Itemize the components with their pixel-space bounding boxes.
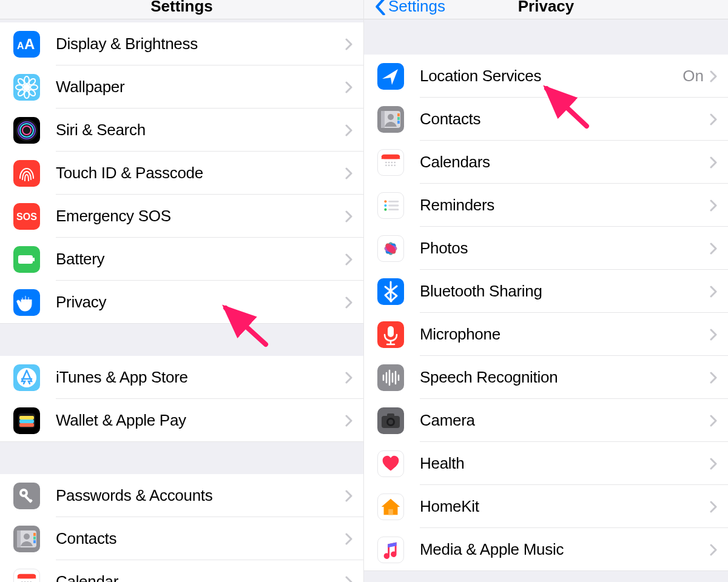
divider bbox=[364, 570, 728, 571]
row-contacts[interactable]: Contacts bbox=[0, 517, 363, 560]
row-battery[interactable]: Battery bbox=[0, 238, 363, 281]
chevron-right-icon bbox=[345, 38, 352, 50]
row-label: Speech Recognition bbox=[420, 368, 710, 387]
row-label: Contacts bbox=[56, 529, 345, 548]
row-privacy[interactable]: Privacy bbox=[0, 281, 363, 324]
wallet-icon bbox=[13, 407, 40, 434]
row-wallpaper[interactable]: Wallpaper bbox=[0, 65, 363, 109]
fingerprint-icon bbox=[13, 160, 40, 187]
battery-icon bbox=[13, 246, 40, 273]
microphone-icon bbox=[377, 321, 404, 348]
chevron-right-icon bbox=[710, 199, 717, 212]
chevron-right-icon bbox=[710, 113, 717, 125]
chevron-right-icon bbox=[710, 329, 717, 341]
key-icon bbox=[13, 483, 40, 509]
divider bbox=[0, 323, 363, 324]
contacts-icon bbox=[377, 106, 404, 133]
row-label: Reminders bbox=[420, 196, 710, 215]
row-media-apple-music[interactable]: Media & Apple Music bbox=[364, 528, 728, 571]
row-label: iTunes & App Store bbox=[56, 368, 345, 387]
chevron-right-icon bbox=[710, 286, 717, 298]
back-label: Settings bbox=[388, 0, 445, 16]
chevron-right-icon bbox=[345, 167, 352, 179]
row-calendars[interactable]: Calendars bbox=[364, 141, 728, 184]
row-emergency-sos[interactable]: Emergency SOS bbox=[0, 195, 363, 238]
photos-icon bbox=[377, 235, 404, 262]
row-bluetooth-sharing[interactable]: Bluetooth Sharing bbox=[364, 270, 728, 313]
reminders-icon bbox=[377, 192, 404, 219]
chevron-right-icon bbox=[710, 242, 717, 255]
privacy-pane: Settings Privacy Location ServicesOnCont… bbox=[364, 0, 728, 582]
row-label: Emergency SOS bbox=[56, 207, 345, 226]
row-label: Display & Brightness bbox=[56, 35, 345, 53]
chevron-right-icon bbox=[710, 415, 717, 427]
chevron-right-icon bbox=[345, 415, 352, 427]
row-speech-recognition[interactable]: Speech Recognition bbox=[364, 356, 728, 399]
bluetooth-icon bbox=[377, 278, 404, 305]
row-label: Siri & Search bbox=[56, 121, 345, 139]
chevron-right-icon bbox=[345, 253, 352, 266]
row-label: Touch ID & Passcode bbox=[56, 164, 345, 182]
row-reminders[interactable]: Reminders bbox=[364, 184, 728, 227]
row-label: Microphone bbox=[420, 325, 710, 344]
row-health[interactable]: Health bbox=[364, 442, 728, 485]
sos-icon bbox=[13, 203, 40, 230]
chevron-right-icon bbox=[710, 156, 717, 169]
row-label: Passwords & Accounts bbox=[56, 486, 345, 505]
contacts-icon bbox=[13, 526, 40, 552]
location-icon bbox=[377, 63, 404, 90]
row-camera[interactable]: Camera bbox=[364, 399, 728, 442]
row-photos[interactable]: Photos bbox=[364, 227, 728, 270]
chevron-right-icon bbox=[345, 490, 352, 502]
chevron-right-icon bbox=[345, 124, 352, 136]
chevron-right-icon bbox=[345, 576, 352, 583]
row-homekit[interactable]: HomeKit bbox=[364, 485, 728, 528]
navbar-title: Privacy bbox=[518, 0, 575, 14]
settings-pane: Settings Display & BrightnessWallpaperSi… bbox=[0, 0, 364, 582]
chevron-right-icon bbox=[710, 501, 717, 513]
hand-icon bbox=[13, 289, 40, 316]
row-label: Camera bbox=[420, 411, 710, 430]
settings-group: iTunes & App StoreWallet & Apple Pay bbox=[0, 356, 363, 442]
row-value: On bbox=[682, 67, 704, 85]
row-label: Privacy bbox=[56, 293, 345, 312]
row-label: Bluetooth Sharing bbox=[420, 282, 710, 301]
row-label: Location Services bbox=[420, 67, 682, 85]
chevron-right-icon bbox=[345, 372, 352, 384]
back-button[interactable]: Settings bbox=[375, 0, 445, 16]
chevron-right-icon bbox=[345, 210, 352, 222]
chevron-right-icon bbox=[710, 70, 717, 82]
row-calendar[interactable]: Calendar bbox=[0, 560, 363, 582]
row-label: Calendar bbox=[56, 572, 345, 582]
home-icon bbox=[377, 493, 404, 520]
section-spacer bbox=[0, 324, 363, 356]
heart-icon bbox=[377, 450, 404, 477]
settings-group: Display & BrightnessWallpaperSiri & Sear… bbox=[0, 22, 363, 324]
chevron-right-icon bbox=[345, 81, 352, 93]
row-label: Photos bbox=[420, 239, 710, 258]
settings-group: Passwords & AccountsContactsCalendar bbox=[0, 474, 363, 582]
row-display-brightness[interactable]: Display & Brightness bbox=[0, 22, 363, 65]
row-wallet[interactable]: Wallet & Apple Pay bbox=[0, 399, 363, 442]
chevron-right-icon bbox=[710, 458, 717, 470]
row-microphone[interactable]: Microphone bbox=[364, 313, 728, 356]
row-label: HomeKit bbox=[420, 497, 710, 516]
screenshot-container: Settings Display & BrightnessWallpaperSi… bbox=[0, 0, 728, 582]
row-touch-id[interactable]: Touch ID & Passcode bbox=[0, 152, 363, 195]
row-contacts[interactable]: Contacts bbox=[364, 98, 728, 141]
chevron-right-icon bbox=[345, 296, 352, 309]
divider bbox=[0, 441, 363, 442]
chevron-right-icon bbox=[710, 372, 717, 384]
flower-icon bbox=[13, 74, 40, 101]
row-label: Battery bbox=[56, 250, 345, 269]
row-location-services[interactable]: Location ServicesOn bbox=[364, 55, 728, 98]
row-passwords-accounts[interactable]: Passwords & Accounts bbox=[0, 474, 363, 517]
appstore-icon bbox=[13, 364, 40, 391]
row-label: Health bbox=[420, 454, 710, 473]
row-siri-search[interactable]: Siri & Search bbox=[0, 109, 363, 152]
calendar-icon bbox=[13, 569, 40, 583]
camera-icon bbox=[377, 407, 404, 434]
settings-group: Location ServicesOnContactsCalendarsRemi… bbox=[364, 55, 728, 571]
row-label: Contacts bbox=[420, 110, 710, 129]
row-itunes-app-store[interactable]: iTunes & App Store bbox=[0, 356, 363, 399]
